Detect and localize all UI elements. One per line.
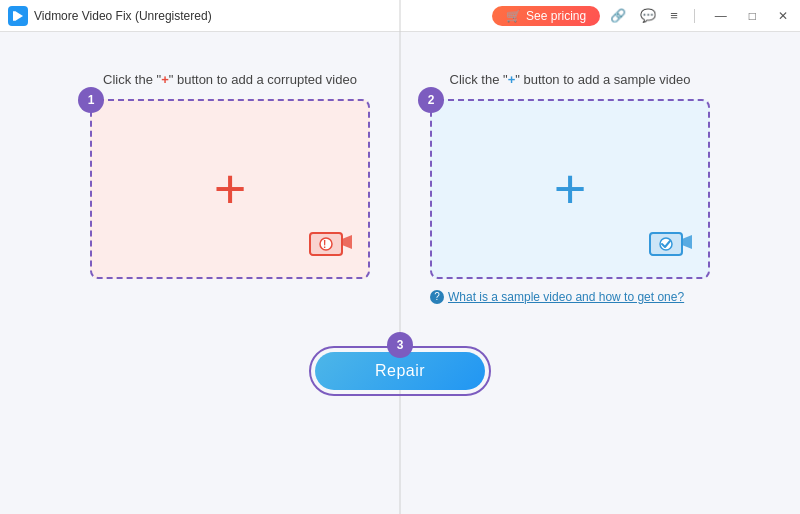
app-title: Vidmore Video Fix (Unregistered) bbox=[34, 9, 492, 23]
left-panel: Click the "+" button to add a corrupted … bbox=[60, 72, 400, 279]
maximize-button[interactable]: □ bbox=[745, 9, 760, 23]
right-instruction-prefix: Click the " bbox=[450, 72, 508, 87]
svg-text:!: ! bbox=[323, 239, 326, 250]
chat-icon[interactable]: 💬 bbox=[640, 8, 656, 23]
right-panel: Click the "+" button to add a sample vid… bbox=[400, 72, 740, 306]
minimize-button[interactable]: — bbox=[711, 9, 731, 23]
cart-icon: 🛒 bbox=[506, 9, 521, 23]
left-panel-title: Click the "+" button to add a corrupted … bbox=[103, 72, 357, 87]
svg-rect-2 bbox=[13, 11, 15, 21]
right-panel-title: Click the "+" button to add a sample vid… bbox=[450, 72, 691, 87]
panels-container: Click the "+" button to add a corrupted … bbox=[50, 72, 750, 306]
pricing-label: See pricing bbox=[526, 9, 586, 23]
sample-link-text: What is a sample video and how to get on… bbox=[448, 289, 684, 306]
titlebar-actions: 🔗 💬 ≡ — □ ✕ bbox=[610, 8, 792, 23]
step-badge-2: 2 bbox=[418, 87, 444, 113]
left-instruction-prefix: Click the " bbox=[103, 72, 161, 87]
add-corrupted-icon: + bbox=[214, 161, 247, 217]
svg-marker-5 bbox=[342, 235, 352, 249]
left-plus-char: + bbox=[161, 72, 169, 87]
menu-icon[interactable]: ≡ bbox=[670, 8, 678, 23]
repair-area: 3 Repair bbox=[309, 346, 491, 396]
add-sample-icon: + bbox=[554, 161, 587, 217]
pricing-button[interactable]: 🛒 See pricing bbox=[492, 6, 600, 26]
app-logo bbox=[8, 6, 28, 26]
link-icon[interactable]: 🔗 bbox=[610, 8, 626, 23]
sample-video-help-link[interactable]: ? What is a sample video and how to get … bbox=[430, 289, 710, 306]
sample-cam-icon bbox=[646, 225, 692, 263]
svg-marker-10 bbox=[682, 235, 692, 249]
step-badge-3: 3 bbox=[387, 332, 413, 358]
sample-video-dropzone[interactable]: 2 + bbox=[430, 99, 710, 279]
step-badge-1: 1 bbox=[78, 87, 104, 113]
left-instruction-suffix: " button to add a corrupted video bbox=[169, 72, 357, 87]
question-icon: ? bbox=[430, 290, 444, 304]
corrupted-video-dropzone[interactable]: 1 + ! bbox=[90, 99, 370, 279]
right-instruction-suffix: " button to add a sample video bbox=[515, 72, 690, 87]
corrupted-cam-icon: ! bbox=[306, 225, 352, 263]
separator bbox=[694, 9, 695, 23]
close-button[interactable]: ✕ bbox=[774, 9, 792, 23]
main-content: Click the "+" button to add a corrupted … bbox=[0, 32, 800, 514]
